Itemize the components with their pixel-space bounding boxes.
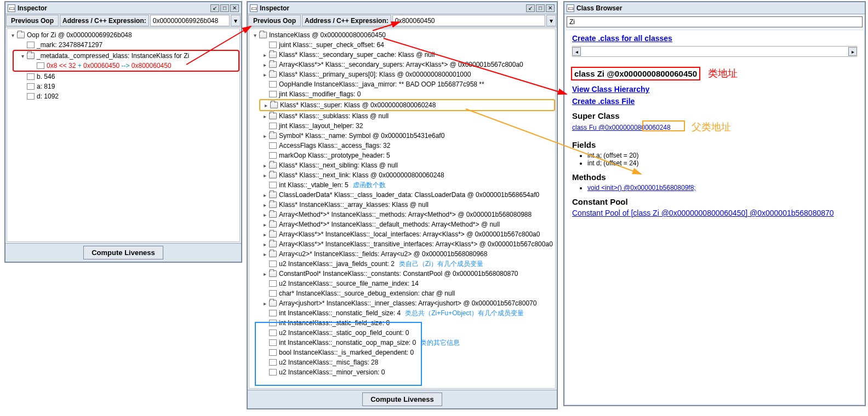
titlebar[interactable]: ▭ Inspector ↙ □ ✕: [5, 2, 241, 14]
close-icon[interactable]: ✕: [546, 4, 555, 12]
folder-icon: [269, 241, 277, 247]
tree-node[interactable]: ▸int InstanceKlass::_nonstatic_field_siz…: [249, 308, 555, 318]
node-label: ConstantPool* InstanceKlass::_constants:…: [279, 270, 518, 278]
tree-node[interactable]: ▸Klass* Klass::_subklass: Klass @ null: [249, 111, 555, 121]
node-label: Klass* Klass::_next_sibling: Klass @ nul…: [279, 161, 398, 169]
window-icon: ▭: [250, 4, 258, 12]
tree-node[interactable]: ▸Array<Klass*>* Klass::_secondary_supers…: [249, 60, 555, 70]
tree-node[interactable]: ▸jint Klass::_layout_helper: 32: [249, 121, 555, 131]
tree-node[interactable]: ▸ a: 819: [7, 82, 239, 91]
scroll-right-icon[interactable]: ▸: [848, 47, 857, 56]
expand-toggle[interactable]: ▸: [261, 202, 268, 208]
tree-node[interactable]: ▸Klass* Klass::_next_sibling: Klass @ nu…: [249, 160, 555, 170]
tree-node[interactable]: ▸Klass* Klass::_next_link: Klass @ 0x000…: [249, 170, 555, 180]
tree-node[interactable]: ▾InstanceKlass @ 0x0000000800060450: [249, 30, 555, 40]
address-input[interactable]: 0x800060450: [392, 15, 545, 26]
node-label: Klass* Klass::_super: Klass @ 0x00000008…: [280, 101, 436, 109]
tree-node[interactable]: ▸int Klass::_vtable_len: 5虚函数个数: [249, 180, 555, 190]
leaf-icon: [269, 123, 277, 129]
maximize-icon[interactable]: □: [536, 4, 545, 12]
expand-toggle[interactable]: ▸: [261, 113, 268, 119]
leaf-icon: [269, 261, 277, 267]
super-class-link[interactable]: class Fu @0x0000000800060248: [572, 123, 671, 131]
method-link[interactable]: void <init>() @0x000001b5680809f8;: [587, 184, 696, 192]
tree-node[interactable]: ▸ClassLoaderData* Klass::_class_loader_d…: [249, 190, 555, 200]
maximize-icon[interactable]: □: [220, 4, 229, 12]
compute-liveness-button[interactable]: Compute Liveness: [83, 246, 163, 259]
previous-oop-button[interactable]: Previous Oop: [6, 15, 59, 26]
tree-node[interactable]: ▸Klass* Klass::_primary_supers[0]: Klass…: [249, 70, 555, 79]
expand-toggle[interactable]: ▸: [261, 301, 268, 307]
expand-toggle[interactable]: ▸: [261, 192, 268, 198]
tree-node[interactable]: ▸u2 InstanceKlass::_minor_version: 0: [249, 367, 555, 377]
compute-liveness-button[interactable]: Compute Liveness: [362, 392, 442, 406]
tree-node[interactable]: ▸Array<jushort>* InstanceKlass::_inner_c…: [249, 298, 555, 308]
create-class-link[interactable]: Create .class File: [572, 97, 857, 106]
search-input[interactable]: Zi: [567, 16, 863, 27]
expand-toggle[interactable]: ▸: [261, 271, 268, 277]
expand-toggle[interactable]: ▸: [261, 133, 268, 139]
tree-node[interactable]: ▸char* InstanceKlass::_source_debug_exte…: [249, 288, 555, 298]
tree-node[interactable]: ▸u2 InstanceKlass::_source_file_name_ind…: [249, 279, 555, 288]
tree-area: ▾InstanceKlass @ 0x0000000800060450▸juin…: [249, 28, 556, 389]
expand-toggle[interactable]: ▸: [261, 172, 268, 178]
tree-node[interactable]: ▸int InstanceKlass::_nonstatic_oop_map_s…: [249, 338, 555, 348]
tree-node[interactable]: ▸Klass* InstanceKlass::_array_klasses: K…: [249, 200, 555, 210]
tree-node[interactable]: ▸Array<Method*>* InstanceKlass::_default…: [249, 219, 555, 229]
tree-node[interactable]: ▸markOop Klass::_prototype_header: 5: [249, 151, 555, 160]
create-all-link[interactable]: Create .class for all classes: [572, 34, 672, 43]
tree-node[interactable]: ▸Array<u2>* InstanceKlass::_fields: Arra…: [249, 249, 555, 259]
expand-toggle[interactable]: ▾: [252, 32, 258, 38]
expand-toggle[interactable]: ▸: [262, 102, 269, 108]
folder-icon: [269, 192, 277, 198]
expand-toggle[interactable]: ▸: [261, 222, 268, 228]
expand-toggle[interactable]: ▸: [261, 163, 268, 169]
tree-node[interactable]: ▸Klass* Klass::_secondary_super_cache: K…: [249, 50, 555, 60]
tree-node[interactable]: ▸ d: 1092: [7, 91, 239, 101]
tree-node[interactable]: ▸Array<Klass*>* InstanceKlass::_transiti…: [249, 239, 555, 249]
tree-node[interactable]: ▸ConstantPool* InstanceKlass::_constants…: [249, 269, 555, 279]
address-dropdown-icon[interactable]: ▾: [546, 15, 556, 26]
titlebar[interactable]: ▭ Class Browser: [564, 2, 865, 14]
expand-toggle[interactable]: ▸: [261, 52, 268, 58]
tree-node[interactable]: ▸int InstanceKlass::_static_field_size: …: [249, 318, 555, 328]
tree-node[interactable]: ▸OopHandle InstanceKlass::_java_mirror: …: [249, 79, 555, 89]
expand-toggle[interactable]: ▾: [19, 53, 26, 59]
tree-node[interactable]: ▸Klass* Klass::_super: Klass @ 0x0000000…: [260, 100, 436, 110]
annotation-text: 类的其它信息: [420, 338, 460, 348]
tree-node[interactable]: ▾ _metadata._compressed_klass: InstanceK…: [14, 51, 238, 61]
scroll-left-icon[interactable]: ◂: [572, 47, 581, 56]
tree-node[interactable]: ▸ b. 546: [7, 72, 239, 82]
tree-node[interactable]: ▸Array<Method*>* InstanceKlass::_methods…: [249, 210, 555, 219]
inspector-window-2: ▭ Inspector ↙ □ ✕ Previous Oop Address /…: [247, 1, 558, 409]
expand-toggle[interactable]: ▸: [261, 62, 268, 68]
view-hierarchy-link[interactable]: View Class Hierarchy: [572, 85, 857, 94]
expand-toggle[interactable]: ▾: [9, 32, 16, 38]
node-label: Array<Method*>* InstanceKlass::_methods:…: [279, 211, 532, 218]
titlebar[interactable]: ▭ Inspector ↙ □ ✕: [248, 2, 557, 14]
expand-toggle[interactable]: ▸: [261, 241, 268, 247]
tree-node[interactable]: ▸ _mark: 234788471297: [7, 40, 239, 50]
cp-link[interactable]: Constant Pool of [class Zi @0x0000000800…: [572, 209, 834, 217]
tree-node[interactable]: ▸Array<Klass*>* InstanceKlass::_local_in…: [249, 229, 555, 239]
previous-oop-button[interactable]: Previous Oop: [248, 15, 301, 26]
tree-node[interactable]: ▸AccessFlags Klass::_access_flags: 32: [249, 141, 555, 151]
address-dropdown-icon[interactable]: ▾: [231, 15, 241, 26]
tree-root[interactable]: ▾ Oop for Zi @ 0x000000069926b048: [7, 30, 239, 40]
tree-node[interactable]: ▸Symbol* Klass::_name: Symbol @ 0x000001…: [249, 131, 555, 141]
close-icon[interactable]: ✕: [230, 4, 239, 12]
tree-node[interactable]: ▸bool InstanceKlass::_is_marked_dependen…: [249, 348, 555, 357]
expand-toggle[interactable]: ▸: [261, 251, 268, 257]
address-input[interactable]: 0x000000069926b048: [150, 15, 230, 26]
tree-node[interactable]: ▸u2 InstanceKlass::_java_fields_count: 2…: [249, 259, 555, 269]
horizontal-scroll[interactable]: ◂ ▸: [572, 46, 857, 57]
minimize-icon[interactable]: ↙: [210, 4, 219, 12]
expand-toggle[interactable]: ▸: [261, 232, 268, 238]
expand-toggle[interactable]: ▸: [261, 212, 268, 218]
tree-node[interactable]: ▸juint Klass::_super_check_offset: 64: [249, 40, 555, 50]
tree-node[interactable]: ▸u2 InstanceKlass::_misc_flags: 28: [249, 357, 555, 367]
tree-node[interactable]: ▸jint Klass::_modifier_flags: 0: [249, 89, 555, 99]
tree-node[interactable]: ▸u2 InstanceKlass::_static_oop_field_cou…: [249, 328, 555, 338]
expand-toggle[interactable]: ▸: [261, 72, 268, 78]
minimize-icon[interactable]: ↙: [526, 4, 535, 12]
